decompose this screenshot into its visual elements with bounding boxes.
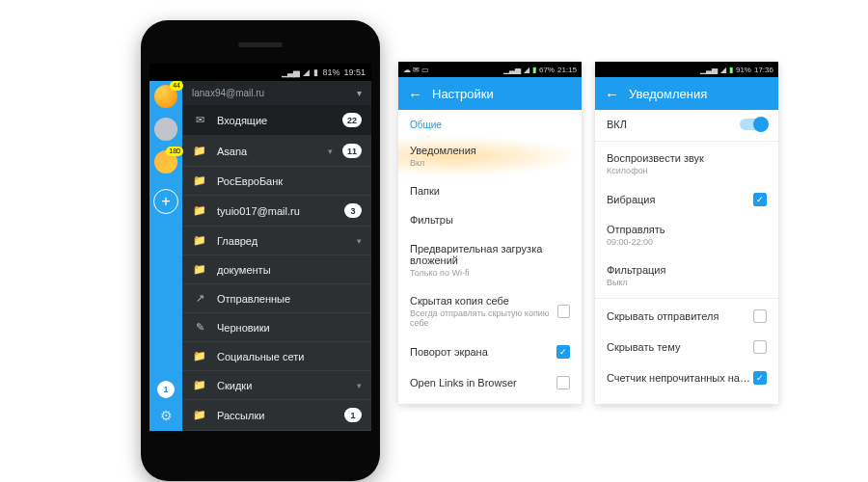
- row-label: Воспроизвести звук: [607, 152, 704, 164]
- account-email: lanax94@mail.ru: [192, 88, 264, 98]
- divider: [595, 141, 778, 142]
- row-label: Вибрация: [607, 194, 655, 205]
- battery-icon: ▮: [729, 66, 733, 74]
- status-time: 21:15: [557, 66, 577, 74]
- folder-icon: 📁: [192, 379, 207, 391]
- wifi-icon: ▁▃▅: [503, 66, 521, 74]
- row-folders[interactable]: Папки: [398, 176, 582, 205]
- phone-device-frame: ▁▃▅ ◢ ▮ 81% 19:51 44 180 + 1 ⚙: [141, 20, 380, 481]
- row-filters[interactable]: Фильтры: [398, 205, 582, 234]
- row-bcc-self[interactable]: Скрытая копия себеВсегда отправлять скры…: [398, 286, 582, 336]
- folder-icon: 📁: [192, 204, 207, 217]
- row-preload[interactable]: Предварительная загрузка вложенийТолько …: [398, 234, 582, 286]
- folder-row[interactable]: 📁Социальные сети: [182, 342, 371, 371]
- folder-label: Социальные сети: [217, 351, 362, 362]
- row-rotate[interactable]: Поворот экрана ✓: [398, 336, 582, 367]
- account-rail: 44 180 + 1 ⚙: [149, 81, 182, 431]
- folder-row[interactable]: 📁Рассылки1: [182, 400, 371, 431]
- battery-percent: 67%: [539, 66, 555, 74]
- checkbox[interactable]: [557, 305, 570, 318]
- settings-icon[interactable]: ⚙: [160, 408, 173, 423]
- status-bar: ▁▃▅◢▮91%17:36: [595, 62, 778, 77]
- row-sub: Вкл: [410, 158, 476, 168]
- folder-row[interactable]: 📁Asana▾11: [182, 136, 371, 167]
- folder-icon: ✎: [192, 321, 207, 334]
- folder-row[interactable]: 📁документы: [182, 255, 371, 284]
- notifications-pane: ▁▃▅◢▮91%17:36 ← Уведомления ВКЛ Воспроиз…: [595, 62, 778, 404]
- checkbox[interactable]: ✓: [556, 345, 570, 359]
- folder-label: документы: [217, 264, 362, 276]
- folder-label: Входящие: [217, 115, 333, 126]
- account-badge: 180: [166, 147, 183, 156]
- row-label: Поворот экрана: [410, 346, 488, 358]
- folder-label: Отправленные: [217, 293, 362, 305]
- row-send-time[interactable]: Отправлять09:00-22:00: [595, 215, 778, 255]
- row-enabled[interactable]: ВКЛ: [595, 110, 778, 139]
- row-label: Уведомления: [410, 145, 476, 156]
- folder-row[interactable]: ↗Отправленные: [182, 284, 371, 313]
- status-bar: ☁✉▭ ▁▃▅◢▮67%21:15: [398, 62, 582, 77]
- checkbox[interactable]: [556, 376, 570, 389]
- folder-row[interactable]: 📁tyuio017@mail.ru3: [182, 196, 371, 227]
- account-avatar-1[interactable]: 44: [154, 85, 177, 108]
- row-sub: Только по Wi-fi: [410, 268, 570, 278]
- cloud-icon: ☁: [403, 66, 411, 74]
- divider: [595, 298, 778, 299]
- row-sub: Всегда отправлять скрытую копию себе: [410, 308, 557, 328]
- row-pin[interactable]: PIN защита: [398, 398, 582, 404]
- account-badge: 44: [170, 81, 183, 91]
- notifications-header: ← Уведомления: [595, 77, 778, 110]
- row-label: Open Links in Browser: [410, 377, 517, 388]
- row-hide-subject[interactable]: Скрывать тему: [595, 332, 778, 362]
- signal-icon: ◢: [303, 67, 310, 77]
- checkbox[interactable]: [753, 309, 767, 323]
- battery-percent: 91%: [736, 66, 751, 74]
- mail-icon: ✉: [413, 66, 420, 74]
- row-sound[interactable]: Воспроизвести звукКсилофон: [595, 144, 778, 184]
- row-vibration[interactable]: Вибрация ✓: [595, 184, 778, 215]
- checkbox[interactable]: ✓: [753, 371, 767, 385]
- folder-label: Скидки: [217, 380, 347, 391]
- account-avatar-3[interactable]: 180: [154, 150, 177, 174]
- folder-row[interactable]: ✉Входящие22: [182, 105, 371, 136]
- rail-notification-badge[interactable]: 1: [157, 381, 175, 398]
- checkbox[interactable]: [753, 340, 767, 354]
- add-account-button[interactable]: +: [153, 189, 178, 214]
- checkbox[interactable]: ✓: [753, 193, 767, 206]
- chevron-down-icon: ▾: [357, 88, 362, 98]
- status-time: 17:36: [754, 66, 773, 74]
- row-open-links[interactable]: Open Links in Browser: [398, 367, 582, 398]
- folder-count: 22: [342, 113, 362, 127]
- chevron-down-icon: ▾: [328, 147, 333, 156]
- folder-row[interactable]: ✎Черновики: [182, 313, 371, 342]
- folder-label: РосЕвроБанк: [217, 175, 362, 187]
- account-email-row[interactable]: lanax94@mail.ru ▾: [182, 81, 371, 105]
- row-sub: Выкл: [607, 278, 665, 287]
- row-notifications[interactable]: УведомленияВкл: [398, 136, 582, 176]
- folder-icon: ✉: [192, 114, 207, 126]
- row-hide-sender[interactable]: Скрывать отправителя: [595, 301, 778, 332]
- folder-row[interactable]: 📁РосЕвроБанк: [182, 167, 371, 196]
- folder-icon: 📁: [192, 350, 207, 362]
- row-label: ВКЛ: [607, 119, 627, 130]
- row-unread-counter[interactable]: Счетчик непрочитанных на иконке п… ✓: [595, 362, 778, 393]
- folder-icon: 📁: [192, 174, 207, 187]
- notifications-title: Уведомления: [629, 87, 707, 101]
- folder-row[interactable]: 📁Главред▾: [182, 227, 371, 255]
- battery-percent: 81%: [322, 67, 339, 77]
- back-arrow-icon[interactable]: ←: [408, 86, 422, 102]
- folder-icon: 📁: [192, 409, 207, 421]
- folder-row[interactable]: 📁Скидки▾: [182, 371, 371, 400]
- signal-icon: ◢: [720, 66, 726, 74]
- back-arrow-icon[interactable]: ←: [605, 86, 619, 102]
- row-label: Фильтрация: [607, 264, 665, 276]
- folder-icon: 📁: [192, 234, 207, 247]
- folder-list[interactable]: lanax94@mail.ru ▾ ✉Входящие22📁Asana▾11📁Р…: [182, 81, 371, 431]
- toggle-switch[interactable]: [740, 119, 767, 130]
- account-avatar-2[interactable]: [154, 118, 177, 141]
- row-label: Скрывать тему: [607, 341, 680, 353]
- battery-icon: ▮: [313, 67, 318, 77]
- phone-speaker: [238, 42, 283, 47]
- settings-pane: ☁✉▭ ▁▃▅◢▮67%21:15 ← Настройки Общие Увед…: [398, 62, 582, 404]
- row-filtration[interactable]: ФильтрацияВыкл: [595, 255, 778, 296]
